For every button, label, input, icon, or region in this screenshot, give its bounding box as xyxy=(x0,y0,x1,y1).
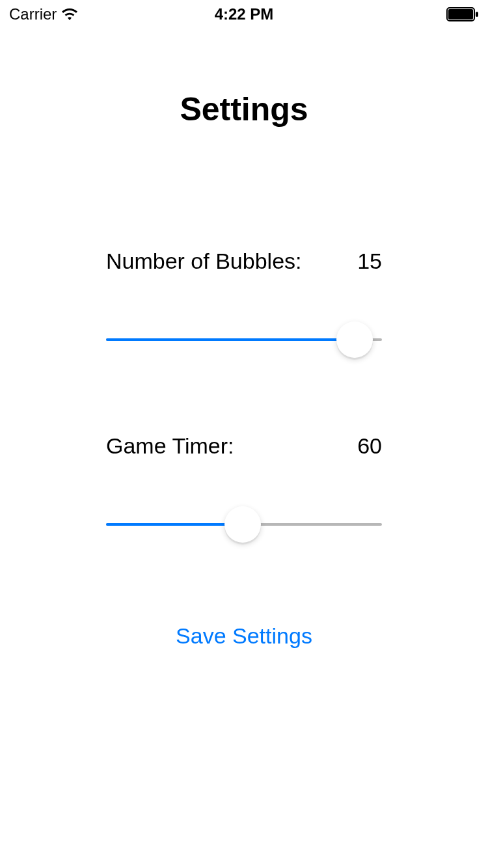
slider-fill xyxy=(106,338,349,341)
status-bar-right xyxy=(446,7,479,21)
status-bar-time: 4:22 PM xyxy=(215,5,274,23)
timer-value: 60 xyxy=(357,433,382,459)
battery-icon xyxy=(446,7,479,21)
svg-rect-1 xyxy=(448,9,473,20)
bubbles-row: Number of Bubbles: 15 xyxy=(106,249,382,274)
status-bar-left: Carrier xyxy=(9,5,77,23)
timer-label: Game Timer: xyxy=(106,433,234,459)
bubbles-label: Number of Bubbles: xyxy=(106,249,302,274)
slider-fill xyxy=(106,523,230,526)
settings-content: Number of Bubbles: 15 Game Timer: 60 xyxy=(0,249,488,543)
bubbles-slider[interactable] xyxy=(106,321,382,359)
slider-thumb[interactable] xyxy=(336,321,373,358)
status-bar: Carrier 4:22 PM xyxy=(0,0,488,29)
timer-row: Game Timer: 60 xyxy=(106,433,382,459)
slider-thumb[interactable] xyxy=(224,506,261,543)
wifi-icon xyxy=(62,8,77,20)
timer-slider[interactable] xyxy=(106,506,382,543)
page-title: Settings xyxy=(0,90,488,128)
save-button[interactable]: Save Settings xyxy=(0,623,488,649)
carrier-label: Carrier xyxy=(9,5,57,23)
svg-rect-2 xyxy=(476,12,478,17)
bubbles-value: 15 xyxy=(357,249,382,274)
